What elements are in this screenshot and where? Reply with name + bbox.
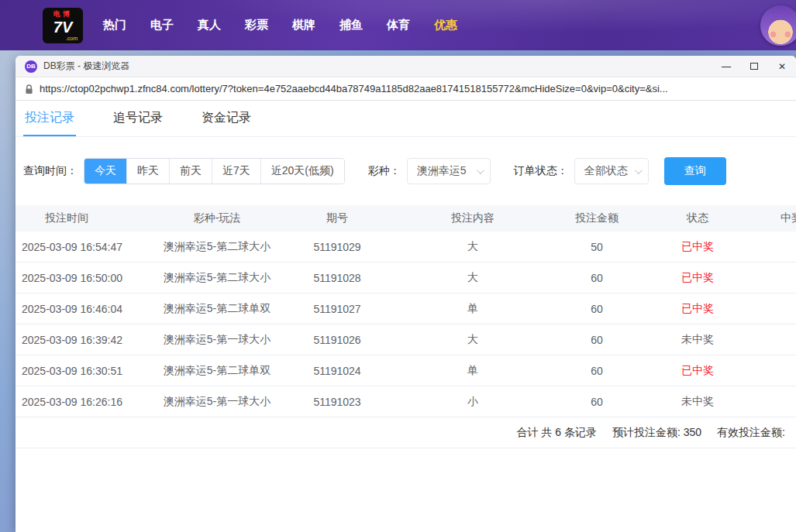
window-titlebar[interactable]: DB DB彩票 - 极速浏览器 — ✕ [16,56,796,77]
cell-prize: 1 [767,303,796,315]
minimize-button[interactable]: — [712,56,740,77]
order-status-select[interactable]: 全部状态 [574,158,649,184]
logo-main-text: 7V [53,19,72,36]
nav-item-board-games[interactable]: 棋牌 [292,18,315,33]
tab-chase-records[interactable]: 追号记录 [112,101,164,136]
site-navbar: 电博 7V .com 热门 电子 真人 彩票 棋牌 捕鱼 体育 优惠 [0,0,796,50]
lottery-filter-label: 彩种： [368,164,401,178]
summary-valid-amount: 有效投注金额: [717,426,785,440]
chevron-down-icon [477,166,484,174]
cell-status: 已中奖 [628,364,767,378]
main-menu: 热门 电子 真人 彩票 棋牌 捕鱼 体育 优惠 [103,18,457,33]
cell-status: 已中奖 [628,302,767,316]
logo-suffix-text: .com [66,36,78,41]
cell-bet-amount: 60 [566,396,628,408]
cell-issue: 51191026 [295,334,380,346]
cell-bet-time: 2025-03-09 16:50:00 [16,272,140,284]
time-option-day-before[interactable]: 前天 [169,159,212,184]
cell-prize: 1 [767,365,796,377]
header-bet-amount: 投注金额 [566,211,628,225]
address-bar[interactable]: https://ctop02pchwp1.zfnc84.com/lottery/… [16,77,796,101]
table-row[interactable]: 2025-03-09 16:39:42 澳洲幸运5-第一球大小 51191026… [16,324,796,355]
table-row[interactable]: 2025-03-09 16:30:51 澳洲幸运5-第二球单双 51191024… [16,355,796,386]
time-filter-label: 查询时间： [23,164,78,178]
cell-issue: 51191028 [295,272,380,284]
url-text: https://ctop02pchwp1.zfnc84.com/lottery/… [40,83,668,94]
time-option-7days[interactable]: 近7天 [212,159,260,184]
cell-bet-amount: 60 [566,365,628,377]
cell-bet-time: 2025-03-09 16:26:16 [16,396,140,408]
cell-issue: 51191023 [295,396,380,408]
cell-bet-content: 单 [380,364,566,378]
status-filter-label: 订单状态： [514,164,568,178]
table-row[interactable]: 2025-03-09 16:46:04 澳洲幸运5-第二球单双 51191027… [16,293,796,324]
header-status: 状态 [628,211,767,225]
cell-bet-amount: 50 [566,241,628,253]
time-range-group: 今天 昨天 前天 近7天 近20天(低频) [84,158,345,184]
cell-status: 未中奖 [628,333,767,347]
cell-status: 未中奖 [628,395,767,409]
header-game-play: 彩种-玩法 [140,211,295,225]
cell-bet-time: 2025-03-09 16:30:51 [16,365,140,377]
nav-item-sports[interactable]: 体育 [387,18,410,33]
nav-item-live[interactable]: 真人 [198,18,221,33]
cell-bet-content: 大 [380,240,566,254]
header-bet-content: 投注内容 [380,211,566,225]
lottery-select[interactable]: 澳洲幸运5 [407,158,491,184]
cell-game-play: 澳洲幸运5-第二球单双 [140,302,295,316]
cell-bet-time: 2025-03-09 16:54:47 [16,241,140,253]
cell-status: 已中奖 [628,240,767,254]
cell-bet-content: 单 [380,302,566,316]
cell-game-play: 澳洲幸运5-第二球大小 [140,271,295,285]
nav-item-hot[interactable]: 热门 [103,18,126,33]
window-controls: — ✕ [712,56,796,77]
cell-status: 已中奖 [628,271,767,285]
table-summary-row: 合计 共 6 条记录 预计投注金额: 350 有效投注金额: [16,417,796,448]
time-option-20days[interactable]: 近20天(低频) [260,159,344,184]
query-button[interactable]: 查询 [664,157,726,185]
page-content: 投注记录 追号记录 资金记录 查询时间： 今天 昨天 前天 近7天 近20天(低… [16,101,796,532]
maximize-button[interactable] [740,56,768,77]
time-option-today[interactable]: 今天 [84,159,126,184]
cell-game-play: 澳洲幸运5-第二球单双 [140,364,295,378]
nav-item-fishing[interactable]: 捕鱼 [339,18,363,33]
lock-icon [25,84,33,94]
cell-game-play: 澳洲幸运5-第二球大小 [140,240,295,254]
nav-item-promotions[interactable]: 优惠 [434,18,457,33]
cell-prize: 1 [767,272,796,284]
cell-prize: 9 [767,241,796,253]
table-row[interactable]: 2025-03-09 16:26:16 澳洲幸运5-第一球大小 51191023… [16,386,796,417]
record-tabs: 投注记录 追号记录 资金记录 [16,101,796,137]
browser-window: DB DB彩票 - 极速浏览器 — ✕ https://ctop02pchwp1… [16,56,796,532]
nav-item-slots[interactable]: 电子 [150,18,174,33]
table-row[interactable]: 2025-03-09 16:54:47 澳洲幸运5-第二球大小 51191029… [16,232,796,263]
user-avatar[interactable] [760,5,796,46]
table-header-row: 投注时间 彩种-玩法 期号 投注内容 投注金额 状态 中奖金额 [16,205,796,232]
summary-expected-amount: 预计投注金额: 350 [612,426,701,440]
tab-bet-records[interactable]: 投注记录 [23,101,76,136]
cell-bet-amount: 60 [566,303,628,315]
cell-issue: 51191027 [295,303,380,315]
table-row[interactable]: 2025-03-09 16:50:00 澳洲幸运5-第二球大小 51191028… [16,263,796,293]
cell-game-play: 澳洲幸运5-第一球大小 [140,395,295,409]
lottery-select-value: 澳洲幸运5 [417,164,467,178]
cell-issue: 51191024 [295,365,380,377]
tab-fund-records[interactable]: 资金记录 [200,101,253,136]
nav-item-lottery[interactable]: 彩票 [245,18,268,33]
cell-bet-amount: 60 [566,334,628,346]
cell-issue: 51191029 [295,241,380,253]
cell-bet-content: 大 [380,333,566,347]
header-issue: 期号 [295,211,380,225]
cell-bet-content: 大 [380,271,566,285]
header-prize: 中奖金额 [767,211,796,225]
time-option-yesterday[interactable]: 昨天 [126,159,169,184]
close-button[interactable]: ✕ [768,56,796,77]
cell-bet-content: 小 [380,395,566,409]
cell-bet-amount: 60 [566,272,628,284]
desktop: 电博 7V .com 热门 电子 真人 彩票 棋牌 捕鱼 体育 优惠 DB DB… [0,0,796,532]
filter-bar: 查询时间： 今天 昨天 前天 近7天 近20天(低频) 彩种： 澳洲幸运5 订单… [16,157,796,185]
cell-bet-time: 2025-03-09 16:39:42 [16,334,140,346]
chevron-down-icon [635,166,643,174]
header-bet-time: 投注时间 [16,211,140,225]
site-logo[interactable]: 电博 7V .com [43,8,83,43]
